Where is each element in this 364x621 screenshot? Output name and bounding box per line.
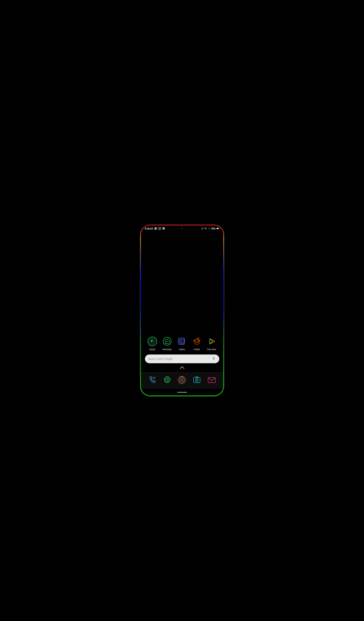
dock-phone[interactable] [146, 374, 158, 386]
search-bar-container: Search with Google [141, 354, 223, 363]
spotify-icon-wrap [146, 336, 158, 347]
app-whatsapp[interactable]: WhatsApp [161, 336, 173, 350]
play-store-label: Play Store [207, 348, 216, 350]
wifi-icon [204, 227, 207, 230]
battery-icon [217, 227, 219, 230]
camera-app-dock-icon-wrap [176, 374, 188, 386]
screenshot-dock-icon-wrap [191, 374, 203, 386]
photos-icon [162, 227, 165, 230]
messages-dock-icon-wrap [161, 374, 173, 386]
phone-dock-icon-wrap [146, 374, 158, 386]
svg-point-10 [163, 337, 171, 345]
home-bar [177, 392, 187, 393]
instagram-icon [158, 227, 161, 230]
play-store-icon-wrap [206, 336, 218, 347]
svg-rect-2 [209, 229, 209, 229]
dock-mail[interactable] [206, 374, 218, 386]
svg-point-16 [195, 341, 196, 342]
svg-rect-0 [202, 227, 203, 229]
home-empty [141, 233, 223, 336]
svg-point-15 [194, 339, 200, 344]
dock-screenshot[interactable] [191, 374, 203, 386]
front-camera [181, 227, 183, 229]
svg-rect-11 [178, 338, 185, 344]
google-search-bar[interactable]: Search with Google [145, 354, 219, 363]
reddit-label: Reddit [194, 348, 200, 350]
phone-device: 8:38:20 [140, 225, 224, 396]
screen-content: Spotify WhatsApp [141, 231, 223, 396]
notch [174, 225, 190, 231]
svg-rect-13 [180, 340, 182, 342]
app-spotify[interactable]: Spotify [146, 336, 158, 350]
svg-point-33 [196, 379, 198, 381]
search-placeholder: Search with Google [148, 357, 210, 361]
svg-point-32 [195, 378, 199, 382]
status-time: 8:38:20 [145, 227, 153, 230]
gallery-icon-wrap [176, 336, 188, 347]
app-reddit[interactable]: Reddit [191, 336, 203, 350]
app-dock [141, 372, 223, 389]
signal-icon [207, 227, 210, 230]
gallery-label: Gallery [179, 348, 185, 350]
home-indicator[interactable] [141, 389, 223, 396]
svg-rect-4 [217, 228, 218, 229]
reddit-icon-wrap [191, 336, 203, 347]
dock-camera-app[interactable] [176, 374, 188, 386]
whatsapp-label: WhatsApp [163, 348, 172, 350]
app-gallery[interactable]: Gallery [176, 336, 188, 350]
battery-percent: 70% [211, 227, 216, 230]
spotify-label: Spotify [149, 348, 156, 350]
svg-point-30 [181, 379, 183, 381]
status-right: 70% [201, 227, 219, 230]
messenger-icon [154, 227, 157, 230]
svg-rect-31 [194, 377, 200, 383]
mail-dock-icon-wrap [206, 374, 218, 386]
app-drawer-chevron[interactable] [141, 366, 223, 370]
phone-screen: 8:38:20 [141, 225, 223, 396]
dock-messages[interactable] [161, 374, 173, 386]
svg-point-9 [151, 340, 152, 341]
mic-icon[interactable] [212, 357, 216, 361]
whatsapp-icon-wrap [161, 336, 173, 347]
svg-rect-12 [180, 339, 184, 343]
app-grid: Spotify WhatsApp [141, 336, 223, 350]
phone-icon [201, 227, 204, 230]
svg-point-17 [197, 341, 198, 342]
app-play-store[interactable]: Play Store [206, 336, 218, 350]
status-left: 8:38:20 [145, 227, 165, 230]
